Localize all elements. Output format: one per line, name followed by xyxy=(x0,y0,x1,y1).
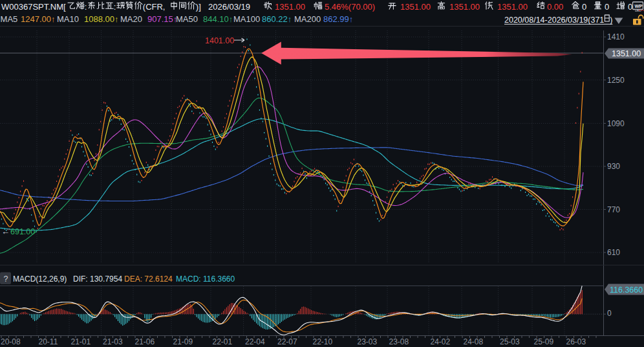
svg-text:26-03: 26-03 xyxy=(566,337,586,346)
svg-text:)]: )] xyxy=(196,2,201,12)
svg-text:21-03: 21-03 xyxy=(103,337,123,346)
svg-text:2026/03/19: 2026/03/19 xyxy=(208,2,250,12)
svg-text:WP: WP xyxy=(635,3,643,9)
svg-text:24-08: 24-08 xyxy=(464,337,484,346)
svg-text:1088.00↑: 1088.00↑ xyxy=(84,14,119,24)
svg-text:22-01: 22-01 xyxy=(213,337,233,346)
svg-text:MA200: MA200 xyxy=(294,14,321,24)
svg-text:860.22↑: 860.22↑ xyxy=(262,14,292,24)
svg-text:(CFR: (CFR xyxy=(143,2,163,12)
svg-text:MA5: MA5 xyxy=(1,14,18,24)
svg-text::: : xyxy=(85,2,87,12)
svg-text:1351.00: 1351.00 xyxy=(497,2,528,12)
svg-text:MA20: MA20 xyxy=(120,14,142,24)
svg-text:20-08: 20-08 xyxy=(1,337,21,346)
svg-text:1351.00: 1351.00 xyxy=(275,2,305,12)
svg-text:862.99↑: 862.99↑ xyxy=(323,14,353,24)
svg-text:0.00: 0.00 xyxy=(547,2,563,12)
svg-text:610: 610 xyxy=(607,248,620,257)
svg-text:23-08: 23-08 xyxy=(389,337,409,346)
svg-text:116.3660: 116.3660 xyxy=(610,285,643,295)
svg-text:21-01: 21-01 xyxy=(71,337,91,346)
svg-text:25-09: 25-09 xyxy=(534,337,554,346)
svg-text:21-06: 21-06 xyxy=(135,337,155,346)
svg-text:1401.00: 1401.00 xyxy=(205,36,234,45)
svg-text:23-03: 23-03 xyxy=(358,337,378,346)
svg-text:22-10: 22-10 xyxy=(313,337,333,346)
svg-text:5.46%(70.00): 5.46%(70.00) xyxy=(325,2,375,12)
svg-text:1090: 1090 xyxy=(607,119,625,128)
svg-text:1351.00: 1351.00 xyxy=(449,2,480,12)
svg-text:20-11: 20-11 xyxy=(39,337,58,346)
svg-text:MA50: MA50 xyxy=(176,14,198,24)
svg-text:25-03: 25-03 xyxy=(500,337,520,346)
svg-text:1351.00: 1351.00 xyxy=(612,49,641,58)
svg-text:907.15↑: 907.15↑ xyxy=(147,14,177,24)
svg-text:←: ← xyxy=(1,227,10,236)
svg-text:2020/08/14-2026/03/19(371: 2020/08/14-2026/03/19(371 xyxy=(504,16,604,25)
svg-text:1351.00: 1351.00 xyxy=(400,2,431,12)
svg-text:0: 0 xyxy=(582,2,586,12)
svg-text:930: 930 xyxy=(607,162,620,171)
svg-text:DEA: 72.6124: DEA: 72.6124 xyxy=(124,274,173,284)
svg-text:): ) xyxy=(610,16,612,25)
svg-text:22-07: 22-07 xyxy=(277,337,297,346)
svg-text:1250: 1250 xyxy=(607,76,625,85)
svg-text:MACD: 116.3660: MACD: 116.3660 xyxy=(176,274,235,284)
svg-text:,: , xyxy=(163,2,166,12)
svg-text:MA10: MA10 xyxy=(57,14,79,24)
svg-text:844.10↑: 844.10↑ xyxy=(203,14,233,24)
svg-text::: : xyxy=(114,2,116,12)
svg-text:W00367SPT.NM[: W00367SPT.NM[ xyxy=(1,2,66,12)
svg-text:0: 0 xyxy=(607,309,612,318)
svg-text:21-09: 21-09 xyxy=(173,337,193,346)
svg-text:24-02: 24-02 xyxy=(431,337,451,346)
svg-text:0: 0 xyxy=(628,2,632,12)
svg-text:MA100: MA100 xyxy=(233,14,260,24)
svg-text:1247.00↑: 1247.00↑ xyxy=(21,14,56,24)
svg-text:DIF: 130.7954: DIF: 130.7954 xyxy=(73,274,122,284)
svg-text:1410: 1410 xyxy=(607,32,625,41)
svg-text:691.00: 691.00 xyxy=(10,227,35,236)
svg-text:770: 770 xyxy=(607,205,620,214)
svg-text:MACD(12,26,9): MACD(12,26,9) xyxy=(13,274,67,284)
svg-text:0: 0 xyxy=(605,2,609,12)
svg-text:?: ? xyxy=(4,274,8,284)
svg-text:22-04: 22-04 xyxy=(245,337,265,346)
